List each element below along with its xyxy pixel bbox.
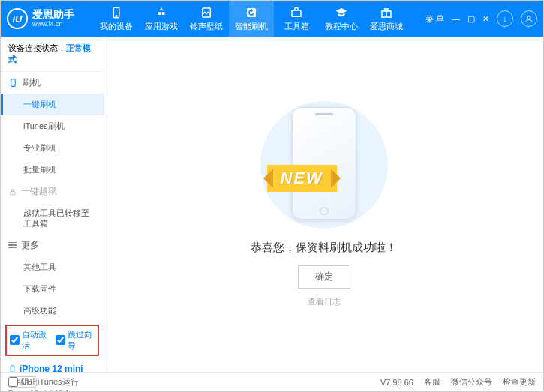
support-link[interactable]: 客服 [424,376,440,388]
nav-my-device[interactable]: 我的设备 [94,1,139,37]
jailbreak-note: 越狱工具已转移至工具箱 [1,202,104,235]
phone-small-icon [8,78,18,88]
options-highlight: 自动激活 跳过向导 [5,325,99,356]
gift-icon [380,6,393,19]
main-nav: 我的设备 应用游戏 铃声壁纸 智能刷机 工具箱 教程中心 爱思商城 [94,1,425,37]
brand-sub: www.i4.cn [32,21,74,28]
wechat-link[interactable]: 微信公众号 [451,376,492,388]
maximize-icon[interactable]: ▢ [467,14,475,24]
phone-icon [110,6,123,19]
update-link[interactable]: 检查更新 [503,376,536,388]
wallpaper-icon [200,6,213,19]
statusbar: 阻止iTunes运行 V7.98.66 客服 微信公众号 检查更新 [1,372,543,391]
lock-icon [8,187,17,196]
main-content: NEW 恭喜您，保资料刷机成功啦！ 确定 查看日志 [104,37,543,372]
version-label: V7.98.66 [380,378,413,387]
success-message: 恭喜您，保资料刷机成功啦！ [251,241,397,255]
svg-rect-9 [11,365,14,371]
section-more[interactable]: 更多 [1,235,104,256]
graduation-icon [335,6,348,19]
view-log-link[interactable]: 查看日志 [308,296,341,307]
menu-icon [8,242,17,249]
svg-rect-4 [292,10,301,16]
refresh-icon [245,6,258,19]
sidebar-item-other[interactable]: 其他工具 [1,256,104,278]
apps-icon [155,6,168,19]
success-illustration: NEW [249,101,399,229]
menu-label[interactable]: 菜 单 [425,13,444,25]
sidebar-item-oneclick[interactable]: 一键刷机 [1,94,104,115]
section-jailbreak: 一键越狱 [1,181,104,202]
sidebar: 设备连接状态：正常模式 刷机 一键刷机 iTunes刷机 专业刷机 批量刷机 一… [1,37,104,372]
logo[interactable]: iU 爱思助手 www.i4.cn [7,8,94,29]
titlebar: iU 爱思助手 www.i4.cn 我的设备 应用游戏 铃声壁纸 智能刷机 工具… [1,1,543,37]
chk-skip-guide[interactable]: 跳过向导 [56,329,95,352]
svg-rect-7 [11,79,15,87]
window-controls: 菜 单 — ▢ ✕ ↓ [425,10,537,27]
nav-ringtone[interactable]: 铃声壁纸 [184,1,229,37]
brand-title: 爱思助手 [32,9,74,20]
download-icon[interactable]: ↓ [497,10,513,27]
sidebar-item-advanced[interactable]: 高级功能 [1,300,104,322]
svg-rect-8 [11,191,15,195]
svg-point-6 [527,16,530,19]
logo-icon: iU [7,8,28,29]
nav-apps[interactable]: 应用游戏 [139,1,184,37]
sidebar-item-firmware[interactable]: 下载固件 [1,278,104,300]
new-banner: NEW [267,165,337,192]
confirm-button[interactable]: 确定 [298,265,350,289]
minimize-icon[interactable]: — [452,14,460,23]
chk-auto-activate[interactable]: 自动激活 [10,329,50,352]
sidebar-item-pro[interactable]: 专业刷机 [1,137,104,159]
nav-smart-flash[interactable]: 智能刷机 [229,0,274,37]
phone-graphic [292,107,356,220]
nav-store[interactable]: 爱思商城 [364,1,409,37]
user-icon[interactable] [521,10,537,27]
nav-tutorial[interactable]: 教程中心 [319,1,364,37]
toolbox-icon [290,6,303,19]
section-flash[interactable]: 刷机 [1,72,104,94]
nav-toolbox[interactable]: 工具箱 [274,1,319,37]
connection-status: 设备连接状态：正常模式 [1,37,104,72]
sidebar-item-itunes[interactable]: iTunes刷机 [1,115,104,137]
close-icon[interactable]: ✕ [482,14,489,24]
sidebar-item-batch[interactable]: 批量刷机 [1,159,104,181]
chk-block-itunes[interactable]: 阻止iTunes运行 [8,376,79,388]
svg-point-1 [116,15,117,16]
